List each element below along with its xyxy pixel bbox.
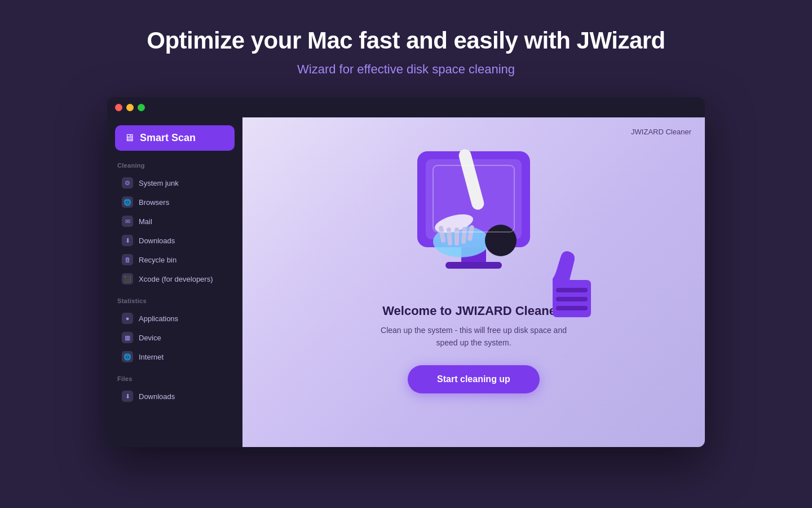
page-sub-title: Wizard for effective disk space cleaning	[0, 62, 812, 77]
statistics-section-title: Statistics	[107, 297, 242, 309]
downloads-cleaning-icon: ⬇	[122, 235, 133, 246]
svg-rect-14	[556, 288, 588, 292]
monitor-illustration	[395, 140, 553, 298]
sidebar: 🖥 Smart Scan Cleaning ⚙ System junk 🌐 Br…	[107, 117, 242, 447]
recycle-bin-icon: 🗑	[122, 254, 133, 265]
applications-icon: ●	[122, 313, 133, 324]
mail-icon: ✉	[122, 216, 133, 227]
device-icon: ▦	[122, 332, 133, 343]
thumbs-up-decoration	[536, 234, 598, 321]
downloads-files-icon: ⬇	[122, 391, 133, 402]
files-section-title: Files	[107, 375, 242, 387]
title-bar	[107, 97, 705, 117]
sidebar-item-mail[interactable]: ✉ Mail	[112, 212, 238, 231]
smart-scan-label: Smart Scan	[140, 132, 196, 144]
cleaning-section-title: Cleaning	[107, 162, 242, 173]
sidebar-item-browsers[interactable]: 🌐 Browsers	[112, 192, 238, 212]
sidebar-item-device[interactable]: ▦ Device	[112, 328, 238, 347]
svg-rect-16	[556, 306, 588, 310]
svg-rect-10	[454, 227, 459, 246]
xcode-icon: ⬛	[122, 273, 133, 284]
smart-scan-button[interactable]: 🖥 Smart Scan	[115, 125, 235, 151]
spacer-1	[107, 288, 242, 297]
recycle-bin-label: Recycle bin	[139, 256, 176, 264]
applications-label: Applications	[139, 314, 178, 323]
mail-label: Mail	[139, 217, 152, 226]
window-body: 🖥 Smart Scan Cleaning ⚙ System junk 🌐 Br…	[107, 117, 705, 447]
system-junk-label: System junk	[139, 179, 179, 187]
main-content: JWIZARD Cleaner	[242, 117, 705, 447]
downloads-cleaning-label: Downloads	[139, 237, 175, 245]
browsers-label: Browsers	[139, 198, 169, 207]
sidebar-item-internet[interactable]: 🌐 Internet	[112, 347, 238, 366]
spacer-2	[107, 366, 242, 375]
svg-rect-3	[445, 262, 502, 269]
browsers-icon: 🌐	[122, 196, 133, 208]
hero-section: Optimize your Mac fast and easily with J…	[0, 0, 812, 97]
close-button[interactable]	[115, 104, 122, 111]
sidebar-item-recycle-bin[interactable]: 🗑 Recycle bin	[112, 250, 238, 269]
welcome-description: Clean up the system - this will free up …	[381, 324, 567, 349]
internet-label: Internet	[139, 353, 164, 361]
svg-rect-15	[556, 297, 588, 301]
xcode-label: Xcode (for developers)	[139, 275, 213, 283]
sidebar-item-system-junk[interactable]: ⚙ System junk	[112, 173, 238, 192]
minimize-button[interactable]	[126, 104, 134, 111]
system-junk-icon: ⚙	[122, 177, 133, 189]
monitor-icon: 🖥	[124, 132, 134, 144]
app-name-label: JWIZARD Cleaner	[631, 128, 691, 136]
svg-point-5	[485, 225, 517, 256]
sidebar-item-xcode[interactable]: ⬛ Xcode (for developers)	[112, 269, 238, 288]
internet-icon: 🌐	[122, 351, 133, 362]
downloads-files-label: Downloads	[139, 392, 175, 401]
sidebar-item-downloads-files[interactable]: ⬇ Downloads	[112, 387, 238, 406]
page-main-title: Optimize your Mac fast and easily with J…	[0, 27, 812, 54]
device-label: Device	[139, 334, 161, 342]
app-window: 🖥 Smart Scan Cleaning ⚙ System junk 🌐 Br…	[107, 97, 705, 447]
traffic-lights	[115, 104, 145, 111]
sidebar-item-applications[interactable]: ● Applications	[112, 309, 238, 328]
maximize-button[interactable]	[138, 104, 145, 111]
sidebar-item-downloads-cleaning[interactable]: ⬇ Downloads	[112, 231, 238, 250]
monitor-svg	[395, 140, 553, 298]
start-cleaning-button[interactable]: Start cleaning up	[408, 365, 540, 393]
